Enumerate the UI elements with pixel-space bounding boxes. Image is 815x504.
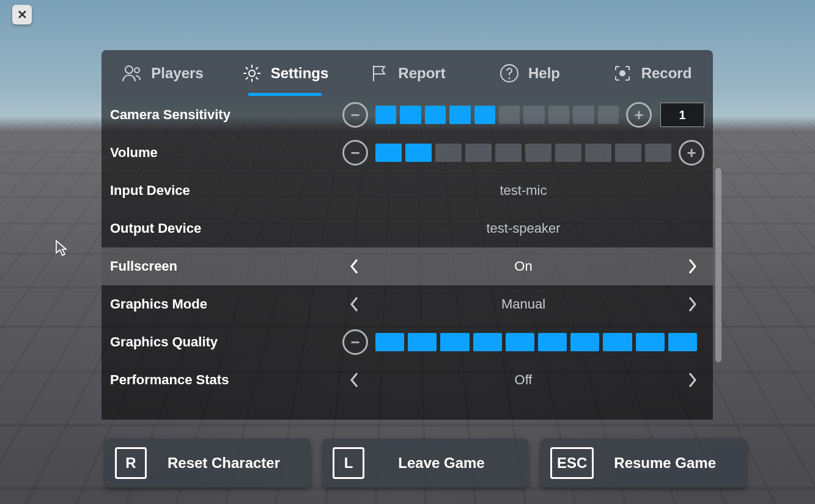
tab-players[interactable]: Players — [101, 50, 224, 96]
slider-segment — [499, 106, 520, 124]
slider-segment — [474, 106, 495, 124]
row-graphics-quality: Graphics Quality − — [101, 323, 713, 361]
slider-segment — [555, 144, 581, 162]
row-performance-stats: Performance Stats Off — [101, 361, 713, 399]
slider-volume[interactable] — [375, 144, 671, 162]
chevron-left-icon — [349, 296, 360, 313]
setting-label: Camera Sensitivity — [110, 107, 342, 123]
row-camera-sensitivity: Camera Sensitivity − + 1 — [101, 96, 713, 134]
slider-segment — [598, 106, 619, 124]
game-menu: Players Settings Report Help Record Came… — [101, 50, 713, 420]
gear-icon — [242, 63, 262, 84]
record-icon — [612, 63, 633, 84]
slider-segment — [585, 144, 611, 162]
minus-icon: − — [350, 334, 360, 350]
setting-label: Graphics Quality — [110, 334, 342, 350]
sensitivity-value-box[interactable]: 1 — [660, 103, 704, 127]
close-button[interactable]: ✕ — [12, 5, 32, 24]
tab-settings[interactable]: Settings — [224, 50, 346, 96]
decrease-button[interactable]: − — [342, 329, 368, 355]
tab-label: Report — [398, 65, 445, 82]
slider-segment — [465, 144, 492, 162]
increase-button[interactable]: + — [626, 102, 652, 128]
setting-label: Graphics Mode — [110, 296, 342, 312]
slider-segment — [523, 106, 544, 124]
minus-icon: − — [350, 145, 360, 161]
slider-segment — [375, 144, 402, 162]
button-label: Resume Game — [608, 455, 746, 472]
slider-segment — [615, 144, 641, 162]
slider-segment — [506, 333, 534, 351]
setting-label: Input Device — [110, 183, 342, 199]
chevron-right-icon — [687, 258, 698, 275]
slider-segment — [375, 333, 404, 351]
slider-camera-sensitivity[interactable] — [375, 106, 619, 124]
tab-bar: Players Settings Report Help Record — [101, 50, 713, 96]
slider-segment — [645, 144, 671, 162]
slider-segment — [449, 106, 470, 124]
slider-segment — [408, 333, 437, 351]
button-label: Leave Game — [379, 455, 528, 472]
tab-label: Help — [528, 65, 560, 82]
slider-segment — [425, 106, 446, 124]
key-hint: ESC — [550, 447, 594, 479]
key-hint: R — [115, 447, 147, 479]
tab-report[interactable]: Report — [346, 50, 468, 96]
svg-point-0 — [125, 66, 133, 73]
prev-button[interactable] — [342, 254, 367, 279]
plus-icon: + — [687, 145, 696, 161]
prev-button[interactable] — [342, 292, 367, 316]
setting-label: Fullscreen — [110, 258, 342, 274]
slider-segment — [473, 333, 502, 351]
svg-point-5 — [619, 70, 625, 76]
slider-graphics-quality[interactable] — [375, 333, 697, 351]
resume-game-button[interactable]: ESC Resume Game — [540, 439, 746, 488]
slider-segment — [440, 333, 469, 351]
prev-button[interactable] — [342, 368, 367, 392]
players-icon — [122, 63, 142, 84]
increase-button[interactable]: + — [679, 140, 704, 166]
setting-label: Performance Stats — [110, 372, 342, 388]
row-input-device: Input Device test-mic — [101, 172, 713, 210]
reset-character-button[interactable]: R Reset Character — [105, 439, 311, 488]
slider-segment — [570, 333, 599, 351]
slider-segment — [636, 333, 665, 351]
tab-label: Players — [151, 65, 203, 82]
setting-label: Output Device — [110, 221, 342, 236]
tab-help[interactable]: Help — [468, 50, 591, 96]
row-output-device: Output Device test-speaker — [101, 210, 713, 247]
row-graphics-mode: Graphics Mode Manual — [101, 285, 713, 323]
decrease-button[interactable]: − — [342, 140, 368, 166]
chevron-right-icon — [687, 371, 698, 389]
input-device-value: test-mic — [342, 183, 704, 199]
setting-label: Volume — [110, 145, 342, 161]
next-button[interactable] — [680, 368, 704, 392]
scrollbar[interactable] — [715, 168, 721, 362]
slider-segment — [375, 106, 396, 124]
flag-icon — [369, 63, 389, 84]
leave-game-button[interactable]: L Leave Game — [323, 439, 528, 488]
minus-icon: − — [350, 107, 360, 123]
slider-segment — [405, 144, 432, 162]
tab-record[interactable]: Record — [591, 50, 713, 96]
row-fullscreen[interactable]: Fullscreen On — [101, 247, 713, 285]
tab-label: Settings — [271, 65, 329, 82]
slider-segment — [538, 333, 567, 351]
chevron-left-icon — [349, 371, 360, 389]
output-device-value: test-speaker — [342, 221, 704, 236]
fullscreen-value: On — [367, 258, 680, 274]
slider-segment — [435, 144, 462, 162]
tab-label: Record — [641, 65, 692, 82]
slider-segment — [525, 144, 551, 162]
slider-segment — [603, 333, 632, 351]
settings-panel: Camera Sensitivity − + 1 Volume − + Inpu… — [101, 96, 713, 420]
svg-point-1 — [135, 68, 139, 73]
key-hint: L — [333, 447, 364, 479]
slider-segment — [548, 106, 569, 124]
slider-segment — [668, 333, 697, 351]
next-button[interactable] — [680, 254, 704, 279]
chevron-right-icon — [687, 296, 698, 313]
decrease-button[interactable]: − — [342, 102, 368, 128]
performance-stats-value: Off — [367, 372, 680, 388]
next-button[interactable] — [680, 292, 704, 316]
